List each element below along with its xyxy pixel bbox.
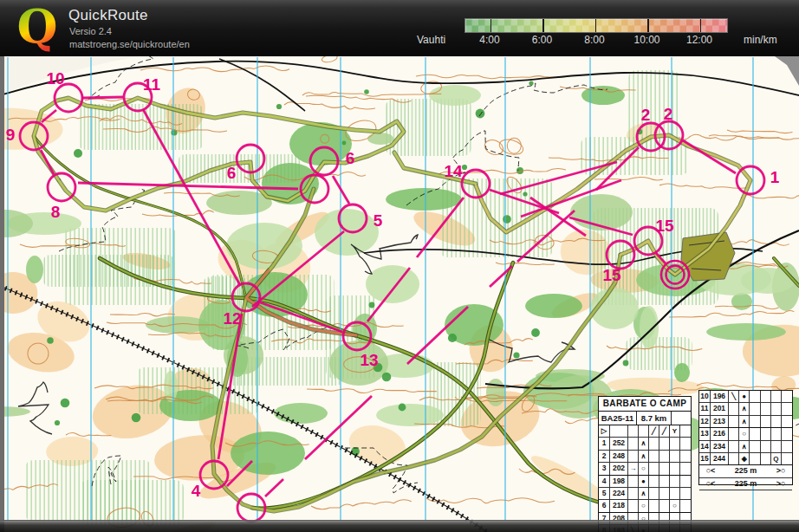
pace-tick-label: 6:00 xyxy=(523,34,562,46)
pace-tick xyxy=(542,19,544,32)
control-symbol-cell xyxy=(649,500,659,511)
control-symbol-cell xyxy=(670,463,680,474)
pace-scale-unit: min/km xyxy=(744,34,777,46)
control-number-label: 10 xyxy=(46,69,64,88)
control-symbol-cell xyxy=(680,425,691,437)
control-text-cell: 15 xyxy=(699,453,711,464)
control-text-cell: 12 xyxy=(699,416,711,427)
quickroute-window: 10119866514221151512134 SBB (7), 1-2 BAR… xyxy=(0,0,799,532)
control-symbol-cell xyxy=(729,453,739,464)
control-symbol-cell xyxy=(649,488,659,499)
control-symbol-cell xyxy=(782,391,792,402)
control-symbol-cell xyxy=(750,416,760,427)
control-row: 12213∧ xyxy=(699,416,792,428)
control-symbol-cell xyxy=(729,403,739,414)
event-title: BARBATE O CAMP xyxy=(599,397,691,412)
control-symbol-cell: ∧ xyxy=(639,438,649,449)
control-symbol-cell xyxy=(659,476,670,487)
control-symbol-cell xyxy=(782,403,792,414)
control-text-cell: 10 xyxy=(699,391,711,402)
map-edge-left xyxy=(0,56,4,532)
control-text-cell: 13 xyxy=(699,428,711,439)
app-url[interactable]: matstroeng.se/quickroute/en xyxy=(69,39,190,49)
control-row: 1252∧ xyxy=(599,438,691,450)
control-symbol-cell xyxy=(771,441,782,452)
control-text-cell: 202 xyxy=(610,463,628,474)
course-leg-line xyxy=(82,97,123,98)
control-number-label: 15 xyxy=(655,217,674,235)
control-symbol-cell xyxy=(670,476,680,487)
control-symbol-cell xyxy=(649,463,659,474)
control-text-cell xyxy=(610,425,628,437)
control-number-label: 6 xyxy=(346,149,355,167)
control-symbol-cell xyxy=(750,428,760,439)
control-symbol-cell xyxy=(680,488,691,499)
control-symbol-cell: ∧ xyxy=(639,451,649,462)
control-symbol-cell xyxy=(750,403,760,414)
quickroute-logo-icon[interactable]: Q xyxy=(12,2,62,55)
control-number-label: 2 xyxy=(641,106,651,124)
control-symbol-cell xyxy=(761,453,771,464)
control-row: 2248∧ xyxy=(599,451,691,463)
app-title: QuickRoute xyxy=(68,7,148,24)
control-symbol-cell xyxy=(628,500,639,511)
control-symbol-cell xyxy=(670,488,680,499)
control-row: 11201∧ xyxy=(699,403,792,415)
control-text-cell: 2 xyxy=(599,451,610,462)
pace-scale-label: Vauhti xyxy=(417,34,445,46)
control-symbol-cell xyxy=(670,451,680,462)
control-symbol-cell: ○ xyxy=(639,500,649,511)
funnel-distance: 225 m xyxy=(722,465,770,477)
control-symbol-cell xyxy=(761,416,771,427)
control-symbol-cell xyxy=(761,403,771,414)
control-symbol-cell xyxy=(771,428,782,439)
control-symbol-cell xyxy=(782,441,792,452)
control-symbol-cell xyxy=(659,438,670,449)
control-symbol-cell xyxy=(659,488,670,499)
app-version: Versio 2.4 xyxy=(69,26,112,36)
control-symbol-cell xyxy=(782,428,792,439)
control-symbol-cell xyxy=(649,438,659,449)
control-number-label: 8 xyxy=(51,203,61,221)
bottom-scrollbar-shade xyxy=(0,520,799,532)
control-symbol-cell xyxy=(680,500,691,511)
control-text-cell: 4 xyxy=(599,476,610,487)
funnel-symbol: >○ xyxy=(770,465,792,477)
control-symbol-cell: ○ xyxy=(670,500,680,511)
control-symbol-cell xyxy=(771,391,782,402)
control-text-cell: 11 xyxy=(699,403,711,414)
control-symbol-cell xyxy=(628,438,639,449)
control-symbol-cell xyxy=(680,463,691,474)
control-symbol-cell xyxy=(628,488,639,499)
control-symbol-cell: ∧ xyxy=(639,488,649,499)
control-symbol-cell xyxy=(761,441,771,452)
control-symbol-cell xyxy=(639,425,649,437)
control-symbol-cell: Q xyxy=(771,453,782,464)
control-symbol-cell xyxy=(729,416,739,427)
control-row: 5224∧ xyxy=(599,488,691,500)
control-symbol-cell xyxy=(649,476,659,487)
control-text-cell: 14 xyxy=(699,441,711,452)
control-symbol-cell xyxy=(670,438,680,449)
control-number-label: 9 xyxy=(6,126,16,144)
control-symbol-cell: ╱ xyxy=(649,425,659,437)
funnel-symbol: >○ xyxy=(770,478,792,490)
control-symbol-cell xyxy=(680,476,691,487)
finish-funnel-row: ○<225 m>○ xyxy=(699,478,792,490)
control-symbol-cell xyxy=(761,391,771,402)
control-text-cell: 201 xyxy=(711,403,729,414)
control-text-cell: 224 xyxy=(610,488,628,499)
control-symbol-cell xyxy=(771,403,782,414)
control-text-cell: 6 xyxy=(599,500,610,511)
control-text-cell: 196 xyxy=(711,391,729,402)
control-text-cell: 3 xyxy=(599,463,610,474)
control-number-label: 1 xyxy=(770,168,780,186)
control-text-cell: 234 xyxy=(711,441,729,452)
pace-gradient-bar[interactable] xyxy=(464,18,728,33)
control-symbol-cell xyxy=(659,463,670,474)
control-symbol-cell xyxy=(680,451,691,462)
control-symbol-cell xyxy=(729,441,739,452)
pace-tick xyxy=(700,19,702,32)
pace-gradient-checker xyxy=(465,19,727,32)
control-symbol-cell: ╲ xyxy=(729,391,739,402)
